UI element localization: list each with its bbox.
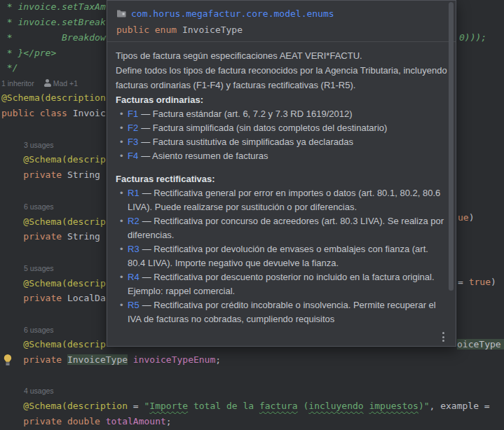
- code-line[interactable]: @Schema(descrip: [1, 214, 107, 230]
- doc-paragraph: Define todos los tipos de factura recono…: [116, 63, 447, 92]
- package-icon: [116, 7, 126, 20]
- doc-list-item-text: — Rectificativa general por error en imp…: [128, 188, 440, 212]
- doc-heading-ordinary: Facturas ordinarias:: [116, 92, 447, 107]
- doc-list-item: F1— Factura estándar (art. 6, 7.2 y 7.3 …: [120, 107, 447, 121]
- doc-list-item-text: — Factura estándar (art. 6, 7.2 y 7.3 RD…: [141, 109, 352, 119]
- enum-constant-link[interactable]: F3: [128, 137, 138, 147]
- code-line[interactable]: 6 usages: [24, 322, 54, 338]
- more-options-icon[interactable]: [441, 331, 446, 343]
- enum-constant-link[interactable]: R5: [128, 300, 139, 310]
- code-line[interactable]: 1 inheritorMad +1: [1, 76, 107, 91]
- popup-header: com.horus.megafactur.core.model.enums: [107, 1, 456, 20]
- enum-constant-link[interactable]: R1: [128, 188, 139, 198]
- code-line[interactable]: = true): [458, 275, 496, 290]
- documentation-popup: com.horus.megafactur.core.model.enums pu…: [107, 0, 456, 347]
- doc-list-item-text: — Factura simplificada (sin datos comple…: [141, 123, 387, 133]
- package-breadcrumb[interactable]: com.horus.megafactur.core.model.enums: [131, 8, 334, 19]
- code-line[interactable]: 0)));: [459, 30, 486, 46]
- code-line[interactable]: * invoice.setBreak: [1, 15, 107, 30]
- rectificative-invoice-list: R1— Rectificativa general por error en i…: [116, 186, 447, 326]
- popup-separator: [107, 41, 456, 42]
- code-line[interactable]: private LocalDa: [1, 291, 107, 306]
- code-line[interactable]: 6 usages: [24, 199, 54, 214]
- code-line[interactable]: * invoice.setTaxAm: [1, 0, 107, 15]
- scrollbar-thumb[interactable]: [449, 2, 454, 291]
- doc-list-item-text: — Factura sustitutiva de simplificadas y…: [141, 137, 353, 147]
- enum-constant-link[interactable]: F2: [128, 123, 138, 133]
- code-line[interactable]: ue): [458, 210, 474, 226]
- code-line[interactable]: @Schema(descrip: [1, 276, 107, 291]
- enum-constant-link[interactable]: R4: [128, 272, 139, 282]
- doc-list-item-text: — Rectificativa por crédito incobrable o…: [128, 300, 436, 324]
- doc-paragraph: Tipos de factura según especificaciones …: [116, 48, 447, 63]
- code-line[interactable]: public class Invoic: [1, 106, 107, 121]
- code-line[interactable]: 5 usages: [24, 261, 54, 276]
- doc-list-item: R4— Rectificativa por descuento posterio…: [120, 270, 447, 298]
- code-line[interactable]: @Schema(descrip: [1, 152, 107, 167]
- popup-scrollbar[interactable]: [449, 1, 454, 345]
- code-line[interactable]: 4 usages: [24, 383, 54, 398]
- code-line[interactable]: * Breakdow: [1, 30, 107, 46]
- person-icon: [44, 79, 51, 87]
- code-line[interactable]: @Schema(descrip: [1, 337, 107, 352]
- enum-constant-link[interactable]: F4: [128, 151, 138, 161]
- code-line[interactable]: @Schema(description = "Importe total de …: [1, 398, 495, 414]
- doc-list-item: R2— Rectificativa por concurso de acreed…: [120, 214, 447, 242]
- code-line[interactable]: */: [1, 60, 107, 76]
- doc-heading-rectificative: Facturas rectificativas:: [116, 172, 447, 186]
- code-line[interactable]: private String: [1, 167, 107, 183]
- code-line[interactable]: * }</pre>: [1, 46, 107, 61]
- ide-screen: * invoice.setTaxAm * invoice.setBreak * …: [0, 0, 504, 430]
- enum-constant-link[interactable]: F1: [128, 109, 138, 119]
- doc-list-item: F3— Factura sustitutiva de simplificadas…: [120, 135, 447, 149]
- code-line[interactable]: private String: [1, 229, 107, 244]
- doc-list-item: F2— Factura simplificada (sin datos comp…: [120, 121, 447, 135]
- doc-list-item: F4— Asiento resumen de facturas: [120, 149, 447, 163]
- doc-list-item-text: — Rectificativa por descuento posterior …: [128, 272, 435, 296]
- doc-body: Tipos de factura según especificaciones …: [107, 43, 447, 345]
- enum-signature: public enum InvoiceType: [107, 20, 456, 41]
- code-line[interactable]: private double totalAmount;: [1, 414, 172, 429]
- code-line[interactable]: oiceType: [457, 337, 504, 352]
- code-line[interactable]: @Schema(description: [1, 90, 107, 106]
- code-line[interactable]: private InvoiceType invoiceTypeEnum;: [1, 352, 221, 368]
- doc-list-item-text: — Asiento resumen de facturas: [141, 151, 268, 161]
- intention-lightbulb-icon[interactable]: [2, 354, 13, 366]
- doc-list-item: R1— Rectificativa general por error en i…: [120, 186, 447, 214]
- doc-list-item-text: — Rectificativa por devolución de envase…: [128, 244, 428, 268]
- doc-list-item: R5— Rectificativa por crédito incobrable…: [120, 298, 447, 326]
- doc-list-item: R3— Rectificativa por devolución de enva…: [120, 242, 447, 270]
- enum-constant-link[interactable]: R3: [128, 244, 139, 254]
- doc-list-item-text: — Rectificativa por concurso de acreedor…: [128, 216, 444, 240]
- ordinary-invoice-list: F1— Factura estándar (art. 6, 7.2 y 7.3 …: [116, 107, 447, 163]
- code-line[interactable]: 3 usages: [24, 137, 54, 153]
- enum-constant-link[interactable]: R2: [128, 216, 139, 226]
